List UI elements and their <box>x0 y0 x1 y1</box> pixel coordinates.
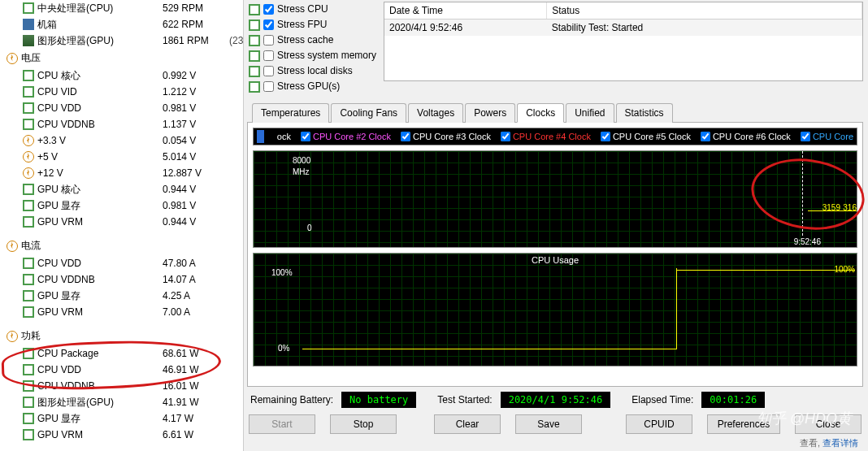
x-time-label: 9:52:46 <box>794 237 821 246</box>
sensor-row[interactable]: GPU 显存0.981 V <box>0 197 243 214</box>
stress-option[interactable]: Stress local disks <box>247 63 377 79</box>
sensor-row[interactable]: CPU Package68.61 W <box>0 345 243 362</box>
sensor-label: GPU 显存 <box>37 411 159 426</box>
sensor-row[interactable]: GPU VRM0.944 V <box>0 214 243 230</box>
tab-clocks[interactable]: Clocks <box>517 103 564 123</box>
cpu-usage-graph[interactable]: CPU Usage 100% 0% 100% <box>253 253 857 366</box>
stress-option[interactable]: Stress FPU <box>247 17 377 33</box>
sensor-value: 5.014 V <box>163 150 226 164</box>
legend-item[interactable]: CPU Core <box>801 132 853 141</box>
sensor-row[interactable]: CPU 核心0.992 V <box>0 67 243 84</box>
tab-statistics[interactable]: Statistics <box>616 103 673 123</box>
sensor-row[interactable]: GPU VRM6.61 W <box>0 427 243 443</box>
sensor-value: 529 RPM <box>163 1 226 15</box>
stress-checkbox[interactable] <box>263 50 274 61</box>
sensor-row[interactable]: 图形处理器(GPU)41.91 W <box>0 394 243 410</box>
stress-checkbox[interactable] <box>263 66 274 76</box>
marker-value: 3159 <box>822 203 840 212</box>
sensor-label: 中央处理器(CPU) <box>37 1 159 15</box>
sensor-row[interactable]: CPU VDD46.91 W <box>0 362 243 378</box>
sensor-row[interactable]: 机箱622 RPM <box>0 16 243 33</box>
stress-checkbox[interactable] <box>263 81 274 92</box>
sensor-value: 0.944 V <box>163 215 226 229</box>
power-group-header[interactable]: 功耗 <box>0 327 243 345</box>
chip-icon <box>249 20 260 31</box>
chip-icon <box>23 102 34 114</box>
legend-item[interactable]: CPU Core #2 Clock <box>301 132 391 141</box>
stop-button[interactable]: Stop <box>330 414 397 434</box>
sensor-value: 1.212 V <box>163 85 226 99</box>
sensor-row[interactable]: GPU 显存4.17 W <box>0 410 243 427</box>
legend-item[interactable]: CPU Core #6 Clock <box>701 132 791 141</box>
sensor-row[interactable]: CPU VDDNB16.01 W <box>0 378 243 394</box>
sensor-label: 图形处理器(GPU) <box>37 395 159 410</box>
case-icon <box>23 19 34 30</box>
chip-icon <box>23 86 34 98</box>
sensor-row[interactable]: CPU VID1.212 V <box>0 84 243 100</box>
log-time: 2020/4/1 9:52:46 <box>389 22 462 33</box>
legend-label: CPU Core #2 Clock <box>313 132 391 141</box>
clocks-graph[interactable]: 8000 MHz 0 3159 316 9:52:46 <box>253 150 857 248</box>
chip-icon <box>23 216 34 228</box>
sensor-row[interactable]: 中央处理器(CPU)529 RPM <box>0 0 243 16</box>
tab-unified[interactable]: Unified <box>566 103 614 123</box>
legend-item[interactable]: CPU Core #5 Clock <box>601 132 691 141</box>
sensor-row[interactable]: GPU 核心0.944 V <box>0 181 243 197</box>
sensor-label: GPU 显存 <box>37 288 159 303</box>
legend-checkbox[interactable] <box>601 132 610 141</box>
chip-icon <box>23 364 34 375</box>
sensor-label: +3.3 V <box>37 133 159 148</box>
start-button[interactable]: Start <box>249 414 315 434</box>
usage-y-min: 0% <box>278 344 289 353</box>
close-button[interactable]: Close <box>795 414 861 434</box>
tab-powers[interactable]: Powers <box>465 103 515 123</box>
sensor-label: CPU VDD <box>37 256 159 271</box>
sensor-row[interactable]: +12 V12.887 V <box>0 165 243 181</box>
started-value: 2020/4/1 9:52:46 <box>501 392 611 408</box>
clear-button[interactable]: Clear <box>434 414 501 434</box>
footer-link[interactable]: 查看详情 <box>822 438 858 448</box>
chip-icon <box>23 184 34 195</box>
legend-checkbox[interactable] <box>801 132 810 141</box>
sensor-value: 622 RPM <box>163 17 226 32</box>
stress-option[interactable]: Stress system memory <box>247 48 377 63</box>
legend-checkbox[interactable] <box>301 132 310 141</box>
stress-checkbox[interactable] <box>263 20 274 30</box>
chip-icon <box>249 4 260 15</box>
tab-voltages[interactable]: Voltages <box>408 103 463 123</box>
save-button[interactable]: Save <box>515 414 582 434</box>
clocks-legend[interactable]: ockCPU Core #2 ClockCPU Core #3 ClockCPU… <box>253 128 857 145</box>
legend-drag-handle[interactable] <box>257 130 264 143</box>
stress-checkbox[interactable] <box>263 4 274 15</box>
battery-label: Remaining Battery: <box>250 394 333 405</box>
current-group-header[interactable]: 电流 <box>0 236 243 255</box>
sensor-row[interactable]: CPU VDDNB14.07 A <box>0 271 243 288</box>
tab-cooling-fans[interactable]: Cooling Fans <box>331 103 406 123</box>
voltage-group-header[interactable]: 电压 <box>0 49 243 67</box>
sensor-row[interactable]: +5 V5.014 V <box>0 149 243 165</box>
stress-option[interactable]: Stress cache <box>247 33 377 48</box>
tab-temperatures[interactable]: Temperatures <box>252 103 329 123</box>
cpuid-button[interactable]: CPUID <box>626 414 692 434</box>
legend-item[interactable]: CPU Core #3 Clock <box>401 132 491 141</box>
legend-item[interactable]: CPU Core #4 Clock <box>501 132 591 141</box>
sensor-label: GPU VRM <box>37 305 159 319</box>
sensor-row[interactable]: GPU 显存4.25 A <box>0 288 243 304</box>
legend-checkbox[interactable] <box>401 132 410 141</box>
graph-tabs: TemperaturesCooling FansVoltagesPowersCl… <box>247 102 863 123</box>
chip-icon <box>23 380 34 392</box>
chip-icon <box>23 306 34 318</box>
sensor-row[interactable]: GPU VRM7.00 A <box>0 304 243 320</box>
sensor-row[interactable]: +3.3 V0.054 V <box>0 132 243 149</box>
stress-checkbox[interactable] <box>263 35 274 46</box>
legend-checkbox[interactable] <box>701 132 710 141</box>
legend-checkbox[interactable] <box>501 132 510 141</box>
sensor-row[interactable]: CPU VDDNB1.137 V <box>0 116 243 132</box>
sensor-row[interactable]: CPU VDD47.80 A <box>0 255 243 271</box>
stress-option[interactable]: Stress GPU(s) <box>247 79 377 94</box>
sensor-row[interactable]: CPU VDD0.981 V <box>0 100 243 116</box>
sensor-row[interactable]: 图形处理器(GPU)1861 RPM(23% <box>0 33 243 49</box>
log-table[interactable]: Date & Time Status 2020/4/1 9:52:46 Stab… <box>384 2 863 81</box>
preferences-button[interactable]: Preferences <box>707 414 780 434</box>
stress-option[interactable]: Stress CPU <box>247 2 377 17</box>
